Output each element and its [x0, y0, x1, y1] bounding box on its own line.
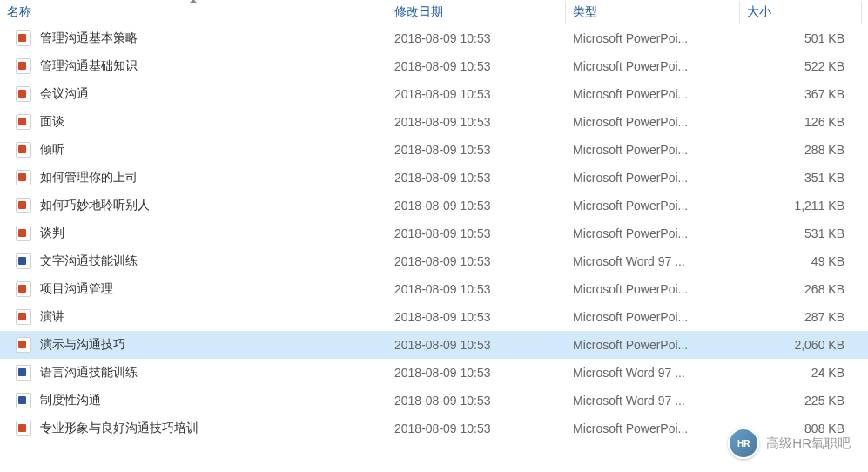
file-row[interactable]: 项目沟通管理2018-08-09 10:53Microsoft PowerPoi…	[0, 275, 868, 303]
file-name-label: 专业形象与良好沟通技巧培训	[40, 421, 198, 436]
file-size-cell: 2,060 KB	[740, 334, 862, 355]
powerpoint-file-icon	[16, 86, 31, 102]
file-name-label: 管理沟通基础知识	[40, 58, 138, 74]
file-name-cell: 专业形象与良好沟通技巧培训	[0, 417, 387, 440]
file-date-cell: 2018-08-09 10:53	[387, 279, 566, 300]
file-name-label: 倾听	[40, 142, 64, 158]
file-type-cell: Microsoft PowerPoi...	[566, 84, 740, 105]
file-size-cell: 351 KB	[740, 167, 862, 188]
file-name-label: 演示与沟通技巧	[40, 337, 125, 353]
powerpoint-file-icon	[16, 114, 31, 130]
file-name-cell: 文字沟通技能训练	[0, 250, 387, 273]
powerpoint-file-icon	[16, 198, 31, 213]
file-name-cell: 管理沟通基本策略	[0, 27, 387, 50]
file-date-cell: 2018-08-09 10:53	[387, 223, 566, 244]
file-name-cell: 制度性沟通	[0, 389, 387, 412]
file-name-cell: 如何巧妙地聆听别人	[0, 194, 387, 217]
file-type-cell: Microsoft PowerPoi...	[566, 28, 740, 49]
file-row[interactable]: 如何巧妙地聆听别人2018-08-09 10:53Microsoft Power…	[0, 192, 868, 219]
file-size-cell: 287 KB	[740, 307, 862, 327]
file-name-cell: 项目沟通管理	[0, 278, 387, 300]
file-date-cell: 2018-08-09 10:53	[387, 390, 566, 411]
powerpoint-file-icon	[16, 142, 31, 158]
file-name-cell: 演讲	[0, 306, 387, 328]
file-row[interactable]: 制度性沟通2018-08-09 10:53Microsoft Word 97 .…	[0, 387, 868, 415]
file-size-cell: 288 KB	[740, 139, 862, 160]
file-name-label: 文字沟通技能训练	[40, 253, 138, 269]
file-type-cell: Microsoft PowerPoi...	[566, 334, 740, 355]
file-size-cell: 522 KB	[740, 56, 862, 77]
file-name-cell: 管理沟通基础知识	[0, 55, 387, 78]
file-date-cell: 2018-08-09 10:53	[387, 139, 566, 160]
file-date-cell: 2018-08-09 10:53	[387, 418, 566, 439]
file-name-cell: 如何管理你的上司	[0, 166, 387, 189]
file-row[interactable]: 演讲2018-08-09 10:53Microsoft PowerPoi...2…	[0, 303, 868, 331]
file-name-cell: 语言沟通技能训练	[0, 361, 387, 384]
file-row[interactable]: 管理沟通基本策略2018-08-09 10:53Microsoft PowerP…	[0, 24, 868, 52]
file-row[interactable]: 演示与沟通技巧2018-08-09 10:53Microsoft PowerPo…	[0, 331, 868, 359]
file-size-cell: 367 KB	[740, 84, 862, 105]
column-header-name[interactable]: 名称	[0, 1, 387, 24]
file-date-cell: 2018-08-09 10:53	[387, 28, 566, 49]
file-size-cell: 24 KB	[740, 362, 862, 383]
file-name-cell: 倾听	[0, 138, 387, 161]
file-type-cell: Microsoft Word 97 ...	[566, 362, 740, 383]
file-row[interactable]: 语言沟通技能训练2018-08-09 10:53Microsoft Word 9…	[0, 359, 868, 387]
file-type-cell: Microsoft PowerPoi...	[566, 307, 740, 327]
file-row[interactable]: 会议沟通2018-08-09 10:53Microsoft PowerPoi..…	[0, 80, 868, 108]
file-size-cell: 126 KB	[740, 111, 862, 132]
column-header-size[interactable]: 大小	[740, 1, 862, 24]
column-header-type-label: 类型	[573, 4, 597, 20]
file-row[interactable]: 专业形象与良好沟通技巧培训2018-08-09 10:53Microsoft P…	[0, 415, 868, 442]
file-name-label: 演讲	[40, 309, 64, 325]
file-row[interactable]: 谈判2018-08-09 10:53Microsoft PowerPoi...5…	[0, 219, 868, 247]
word-file-icon	[16, 253, 31, 269]
file-size-cell: 1,211 KB	[740, 195, 862, 216]
powerpoint-file-icon	[16, 421, 31, 436]
file-row[interactable]: 如何管理你的上司2018-08-09 10:53Microsoft PowerP…	[0, 164, 868, 192]
sort-ascending-icon	[190, 0, 197, 3]
column-header-size-label: 大小	[747, 4, 771, 20]
file-row[interactable]: 文字沟通技能训练2018-08-09 10:53Microsoft Word 9…	[0, 247, 868, 275]
powerpoint-file-icon	[16, 58, 31, 74]
file-date-cell: 2018-08-09 10:53	[387, 111, 566, 132]
file-size-cell: 268 KB	[740, 279, 862, 300]
file-name-label: 项目沟通管理	[40, 281, 113, 297]
column-header-date[interactable]: 修改日期	[387, 1, 566, 24]
file-size-cell: 808 KB	[740, 418, 862, 439]
file-name-label: 语言沟通技能训练	[40, 365, 138, 381]
powerpoint-file-icon	[16, 226, 31, 241]
column-header-type[interactable]: 类型	[566, 1, 740, 24]
file-size-cell: 501 KB	[740, 28, 862, 49]
file-list-view: 名称 修改日期 类型 大小 管理沟通基本策略2018-08-09 10:53Mi…	[0, 0, 868, 442]
column-header-name-label: 名称	[7, 4, 31, 20]
file-name-label: 面谈	[40, 114, 64, 130]
file-row[interactable]: 倾听2018-08-09 10:53Microsoft PowerPoi...2…	[0, 136, 868, 164]
column-header-date-label: 修改日期	[394, 4, 443, 20]
file-date-cell: 2018-08-09 10:53	[387, 307, 566, 327]
powerpoint-file-icon	[16, 337, 31, 353]
powerpoint-file-icon	[16, 309, 31, 325]
file-name-cell: 面谈	[0, 111, 387, 133]
powerpoint-file-icon	[16, 281, 31, 297]
file-type-cell: Microsoft PowerPoi...	[566, 111, 740, 132]
file-type-cell: Microsoft PowerPoi...	[566, 56, 740, 77]
file-type-cell: Microsoft PowerPoi...	[566, 167, 740, 188]
file-date-cell: 2018-08-09 10:53	[387, 84, 566, 105]
file-type-cell: Microsoft Word 97 ...	[566, 390, 740, 411]
powerpoint-file-icon	[16, 30, 31, 46]
file-name-cell: 会议沟通	[0, 83, 387, 105]
file-size-cell: 225 KB	[740, 390, 862, 411]
powerpoint-file-icon	[16, 170, 31, 185]
file-date-cell: 2018-08-09 10:53	[387, 334, 566, 355]
file-name-label: 管理沟通基本策略	[40, 30, 138, 46]
file-type-cell: Microsoft PowerPoi...	[566, 279, 740, 300]
file-row[interactable]: 面谈2018-08-09 10:53Microsoft PowerPoi...1…	[0, 108, 868, 136]
file-row[interactable]: 管理沟通基础知识2018-08-09 10:53Microsoft PowerP…	[0, 52, 868, 80]
file-size-cell: 531 KB	[740, 223, 862, 244]
file-size-cell: 49 KB	[740, 251, 862, 272]
file-name-cell: 谈判	[0, 222, 387, 245]
word-file-icon	[16, 365, 31, 381]
file-name-label: 谈判	[40, 226, 64, 241]
file-name-label: 制度性沟通	[40, 393, 101, 408]
